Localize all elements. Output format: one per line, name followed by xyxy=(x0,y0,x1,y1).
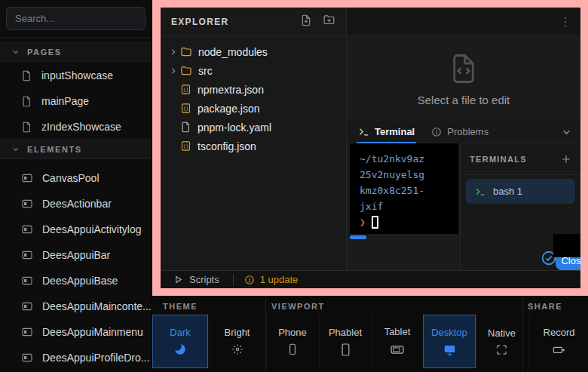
viewport-desktop-button[interactable]: Desktop xyxy=(423,315,476,368)
sidebar-item-label: DeesAppuiMainmenu xyxy=(42,326,143,338)
svg-text:{}: {} xyxy=(183,87,189,93)
tree-item-label: src xyxy=(198,65,213,77)
sidebar-item-deesappuiactivitylog[interactable]: DeesAppuiActivitylog xyxy=(0,217,152,242)
horizontal-scrollbar-thumb[interactable] xyxy=(350,235,366,239)
sidebar-item-deesactionbar[interactable]: DeesActionbar xyxy=(0,191,152,217)
tab-problems[interactable]: Problems xyxy=(431,121,488,143)
group-label-share: SHARE xyxy=(528,302,562,311)
sidebar-item-inputshowcase[interactable]: inputShowcase xyxy=(0,63,152,88)
phone-icon xyxy=(286,343,299,356)
group-label-viewport: VIEWPORT xyxy=(271,302,325,311)
page-icon xyxy=(21,70,32,81)
terminal-prompt-icon xyxy=(475,186,485,197)
button-label: Record xyxy=(544,327,575,338)
tree-item-label: package.json xyxy=(198,103,260,115)
editor-statusbar: Scripts 1 update xyxy=(161,270,580,288)
preview-placeholder-text: Select a file to edit xyxy=(418,94,510,106)
chevron-down-icon[interactable] xyxy=(562,127,571,140)
scripts-label: Scripts xyxy=(189,274,219,285)
terminal-prompt-row: ❯ xyxy=(360,214,458,230)
terminals-title: TERMINALS xyxy=(470,155,561,164)
component-sidebar: PAGES inputShowcase mainPage zIndexShowc… xyxy=(0,0,152,372)
file-tree: node_modules src {} npmextra.json xyxy=(161,36,346,155)
plus-icon[interactable] xyxy=(561,154,571,164)
button-label: Desktop xyxy=(431,327,467,338)
share-record-button[interactable]: Record xyxy=(529,315,588,368)
file-icon xyxy=(180,121,191,133)
sidebar-item-label: DeesAppuiBar xyxy=(42,249,110,261)
sidebar-item-label: DeesAppuiMainconte... xyxy=(42,300,152,312)
app-root: PAGES inputShowcase mainPage zIndexShowc… xyxy=(0,0,588,372)
terminal-viewport[interactable]: ~/tu2nkv9az 25v2nuyelsg kmz0x8c251- jxif… xyxy=(350,143,458,234)
tab-terminal[interactable]: Terminal xyxy=(358,121,415,143)
sidebar-item-deesappuibase[interactable]: DeesAppuiBase xyxy=(0,268,152,294)
sidebar-item-deesappuimainmenu[interactable]: DeesAppuiMainmenu xyxy=(0,319,152,345)
divider xyxy=(233,274,234,285)
chevron-down-icon xyxy=(12,48,20,56)
button-label: Dark xyxy=(170,327,190,338)
kebab-menu-icon[interactable] xyxy=(558,14,573,29)
sidebar-item-label: DeesAppuiActivitylog xyxy=(42,223,142,235)
new-file-icon[interactable] xyxy=(300,14,312,29)
viewport-tablet-button[interactable]: Tablet xyxy=(372,315,422,368)
sidebar-item-deesappuimaincontent[interactable]: DeesAppuiMainconte... xyxy=(0,294,152,319)
page-icon xyxy=(21,96,32,107)
group-label-theme: THEME xyxy=(163,302,198,311)
folder-icon xyxy=(180,65,192,77)
viewport-native-button[interactable]: Native xyxy=(476,315,526,368)
sidebar-item-deesappuibar[interactable]: DeesAppuiBar xyxy=(0,242,152,268)
terminal-session-bash-1[interactable]: bash 1 xyxy=(466,179,575,204)
new-folder-icon[interactable] xyxy=(323,14,335,29)
sidebar-item-label: inputShowcase xyxy=(41,69,113,81)
element-icon xyxy=(21,300,33,312)
update-notice[interactable]: 1 update xyxy=(244,274,299,285)
sidebar-section-pages[interactable]: PAGES xyxy=(0,42,152,62)
page-icon xyxy=(21,121,32,133)
sidebar-item-label: zIndexShowcase xyxy=(41,121,121,133)
update-label: 1 update xyxy=(260,274,299,285)
tree-item-tsconfig-json[interactable]: {} tsconfig.json xyxy=(161,137,346,155)
tree-item-npmextra-json[interactable]: {} npmextra.json xyxy=(161,80,346,99)
viewport-phablet-button[interactable]: Phablet xyxy=(319,315,371,368)
tree-item-label: pnpm-lock.yaml xyxy=(198,121,271,134)
terminal-cursor xyxy=(372,216,378,229)
chevron-right-icon xyxy=(170,48,180,56)
chevron-down-icon xyxy=(12,146,20,153)
code-file-icon xyxy=(448,51,479,86)
sidebar-section-elements[interactable]: ELEMENTS xyxy=(0,140,152,159)
viewport-phone-button[interactable]: Phone xyxy=(266,315,318,368)
editor-right-column: Select a file to edit Terminal Problems xyxy=(347,8,580,270)
preview-stage-frame: EXPLORER node_modules xyxy=(152,0,588,296)
tree-item-node-modules[interactable]: node_modules xyxy=(161,42,346,61)
file-preview-empty-state: Select a file to edit xyxy=(347,36,580,121)
editor-topbar xyxy=(347,8,580,36)
explorer-header: EXPLORER xyxy=(161,8,346,36)
explorer-panel: EXPLORER node_modules xyxy=(161,8,347,270)
element-icon xyxy=(21,326,33,338)
terminal-prompt: ❯ xyxy=(360,214,366,230)
search-input[interactable] xyxy=(6,7,145,30)
theme-dark-button[interactable]: Dark xyxy=(152,315,208,368)
sidebar-item-mainpage[interactable]: mainPage xyxy=(0,88,152,114)
sidebar-item-zindexshowcase[interactable]: zIndexShowcase xyxy=(0,114,152,140)
tree-item-src[interactable]: src xyxy=(161,61,346,80)
warning-circle-icon xyxy=(431,127,442,137)
button-label: Phone xyxy=(278,327,307,338)
terminal-prompt-icon xyxy=(358,126,369,137)
button-label: Tablet xyxy=(384,326,411,337)
element-icon xyxy=(21,352,33,364)
tree-item-pnpm-lock-yaml[interactable]: pnpm-lock.yaml xyxy=(161,118,346,137)
sidebar-item-label: DeesActionbar xyxy=(42,198,112,210)
chevron-right-icon xyxy=(170,67,180,75)
tree-item-package-json[interactable]: {} package.json xyxy=(161,99,346,118)
sidebar-item-label: mainPage xyxy=(41,95,89,107)
tab-label: Problems xyxy=(447,126,488,137)
button-label: Phablet xyxy=(329,327,362,338)
json-file-icon: {} xyxy=(180,140,191,152)
theme-bright-button[interactable]: Bright xyxy=(209,315,265,368)
scripts-button[interactable]: Scripts xyxy=(173,274,219,285)
tab-label: Terminal xyxy=(375,126,415,137)
panel-tabbar: Terminal Problems xyxy=(347,121,580,143)
sidebar-item-canvaspool[interactable]: CanvasPool xyxy=(0,165,152,191)
sidebar-item-deesappuiprofiledropdown[interactable]: DeesAppuiProfileDro... xyxy=(0,345,152,370)
